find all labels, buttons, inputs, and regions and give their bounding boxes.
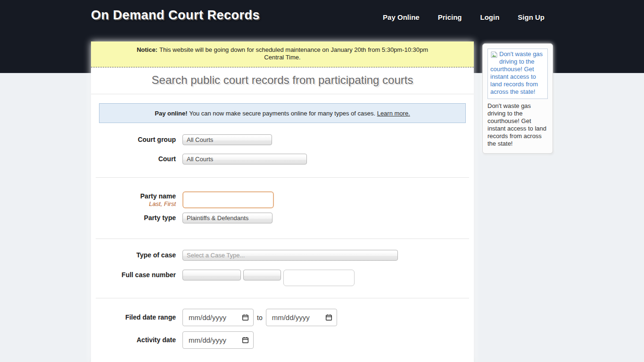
section-divider [96, 298, 469, 298]
court-value: All Courts [187, 156, 213, 163]
pay-online-banner-bold: Pay online! [155, 110, 187, 117]
ad-alt-text: Don't waste gas driving to the courthous… [490, 50, 543, 95]
case-number-label: Full case number [91, 270, 176, 279]
nav-login[interactable]: Login [480, 13, 500, 21]
case-number-part2-select[interactable] [243, 270, 281, 280]
main-panel: Notice:This website will be going down f… [91, 41, 474, 362]
ad-caption: Don't waste gas driving to the courthous… [487, 102, 548, 148]
party-type-label: Party type [91, 214, 176, 222]
ad-image-link[interactable]: Don't waste gas driving to the courthous… [487, 49, 548, 99]
section-divider [96, 177, 469, 178]
case-number-part3-input[interactable] [283, 270, 355, 286]
nav-pricing[interactable]: Pricing [438, 13, 462, 21]
notice-body: This website will be going down for sche… [159, 46, 428, 61]
party-type-value: Plaintiffs & Defendants [187, 214, 248, 222]
party-name-label: Party name [91, 193, 176, 200]
activity-date-label: Activity date [91, 337, 176, 344]
filed-start-date-input[interactable]: mm/dd/yyyy [182, 309, 254, 326]
party-name-hint: Last, First [91, 200, 176, 207]
section-divider [96, 239, 469, 239]
notice-label: Notice: [137, 46, 157, 53]
court-group-value: All Courts [187, 136, 213, 143]
case-number-row: Full case number [91, 270, 474, 286]
party-type-select[interactable]: Plaintiffs & Defendants [182, 213, 272, 223]
nav-sign-up[interactable]: Sign Up [518, 13, 545, 21]
case-number-part1-select[interactable] [182, 270, 241, 280]
activity-date-row: Activity date mm/dd/yyyy [91, 331, 474, 349]
court-row: Court All Courts [91, 154, 474, 165]
party-name-label-block: Party name Last, First [91, 193, 176, 207]
filed-end-date-placeholder: mm/dd/yyyy [272, 313, 310, 321]
maintenance-notice: Notice:This website will be going down f… [91, 41, 474, 67]
pay-online-banner-text: You can now make secure payments online … [189, 110, 375, 117]
court-select[interactable]: All Courts [182, 154, 307, 165]
activity-date-input[interactable]: mm/dd/yyyy [182, 331, 254, 349]
broken-image-icon [490, 51, 498, 58]
search-form: Court group All Courts Court All Courts … [91, 134, 474, 349]
case-type-select[interactable]: Select a Case Type... [182, 250, 398, 261]
case-type-placeholder: Select a Case Type... [187, 252, 245, 259]
calendar-icon[interactable] [242, 314, 249, 321]
court-group-select[interactable]: All Courts [182, 134, 272, 145]
filed-start-date-placeholder: mm/dd/yyyy [189, 313, 226, 321]
party-name-row: Party name Last, First [91, 191, 474, 208]
case-type-row: Type of case Select a Case Type... [91, 250, 474, 261]
filed-end-date-input[interactable]: mm/dd/yyyy [266, 309, 337, 326]
court-group-row: Court group All Courts [91, 134, 474, 145]
party-name-input[interactable] [182, 191, 274, 208]
party-type-row: Party type Plaintiffs & Defendants [91, 213, 474, 223]
filed-date-range-label: Filed date range [91, 314, 176, 321]
site-title: On Demand Court Records [91, 8, 260, 23]
court-group-label: Court group [91, 136, 176, 143]
filed-date-range-row: Filed date range mm/dd/yyyy to mm/dd/yyy… [91, 309, 474, 326]
nav-pay-online[interactable]: Pay Online [383, 13, 420, 21]
sidebar-ad-card: Don't waste gas driving to the courthous… [482, 43, 553, 154]
main-nav: Pay Online Pricing Login Sign Up [383, 13, 545, 21]
learn-more-link[interactable]: Learn more. [377, 110, 410, 117]
pay-online-banner: Pay online! You can now make secure paym… [99, 103, 466, 123]
court-label: Court [91, 156, 176, 163]
page-title: Search public court records from partici… [91, 67, 474, 94]
date-range-to-label: to [257, 314, 263, 321]
calendar-icon[interactable] [325, 314, 332, 321]
calendar-icon[interactable] [242, 337, 249, 344]
case-type-label: Type of case [91, 252, 176, 259]
activity-date-placeholder: mm/dd/yyyy [189, 336, 226, 344]
maintenance-notice-text: Notice:This website will be going down f… [127, 46, 438, 61]
